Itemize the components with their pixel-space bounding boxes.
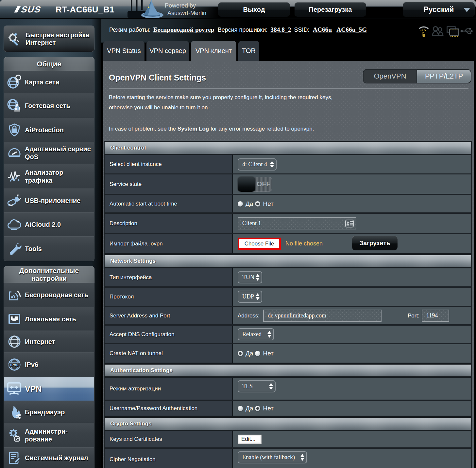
svg-text:SUS: SUS [20, 5, 43, 14]
svg-text:IPV6: IPV6 [10, 363, 19, 367]
